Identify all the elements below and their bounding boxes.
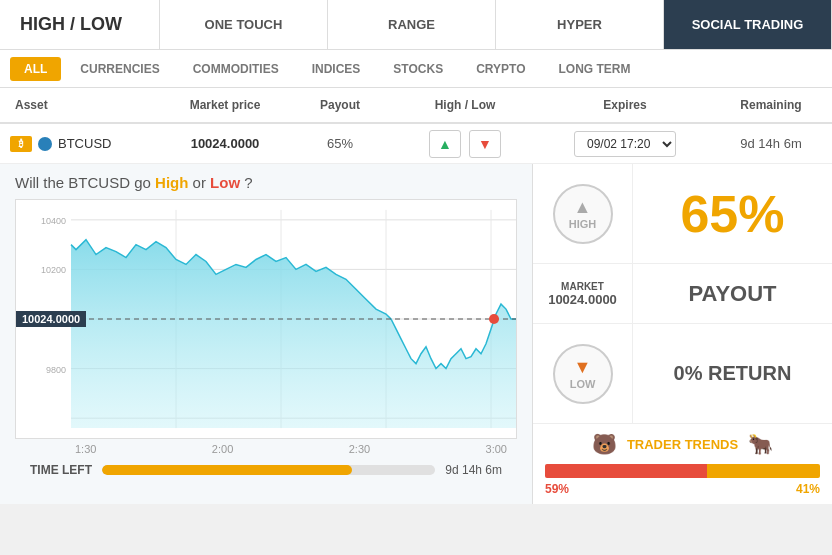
cell-asset: ₿ BTCUSD xyxy=(0,136,160,152)
cat-indices[interactable]: INDICES xyxy=(298,57,375,81)
trends-label: TRADER TRENDS xyxy=(627,437,738,452)
payout-label-area: PAYOUT xyxy=(633,264,832,323)
bear-percentage: 59% xyxy=(545,482,569,496)
svg-text:10200: 10200 xyxy=(41,265,66,275)
chart-container: 10024.0000 10400 10200 10000 9800 xyxy=(15,199,517,439)
market-label: MARKET xyxy=(561,281,604,292)
market-label-area: MARKET 10024.0000 xyxy=(533,264,633,323)
cat-commodities[interactable]: COMMODITIES xyxy=(179,57,293,81)
x-label-0: 1:30 xyxy=(75,443,96,455)
price-label: 10024.0000 xyxy=(16,311,86,327)
nav-tabs: ONE TOUCH RANGE HYPER SOCIAL TRADING xyxy=(160,0,832,49)
payout-label: PAYOUT xyxy=(688,281,776,307)
time-left-value: 9d 14h 6m xyxy=(445,463,502,477)
x-label-2: 2:30 xyxy=(349,443,370,455)
trader-trends: 🐻 TRADER TRENDS 🐂 59% 41% xyxy=(533,424,832,504)
trends-bars xyxy=(545,464,820,478)
svg-text:10400: 10400 xyxy=(41,216,66,226)
col-highlow: High / Low xyxy=(390,98,540,112)
low-arrow-btn[interactable]: ▼ xyxy=(469,130,501,158)
market-info: MARKET 10024.0000 PAYOUT xyxy=(533,264,832,324)
bear-bar xyxy=(545,464,707,478)
cat-all[interactable]: ALL xyxy=(10,57,61,81)
cell-market-price: 10024.0000 xyxy=(160,136,290,151)
x-label-3: 3:00 xyxy=(486,443,507,455)
high-btn-label: HIGH xyxy=(569,218,597,230)
progress-fill xyxy=(102,465,352,475)
high-btn-area: ▲ HIGH xyxy=(533,164,633,264)
col-asset: Asset xyxy=(0,98,160,112)
chart-title: Will the BTCUSD go High or Low ? xyxy=(15,174,517,191)
cell-payout: 65% xyxy=(290,136,390,151)
right-top: ▲ HIGH 65% xyxy=(533,164,832,264)
cell-highlow: ▲ ▼ xyxy=(390,130,540,158)
asset-flag-icon xyxy=(38,137,52,151)
bull-icon: 🐂 xyxy=(748,432,773,456)
low-down-icon: ▼ xyxy=(574,357,592,378)
col-market-price: Market price xyxy=(160,98,290,112)
right-bottom: ▼ LOW 0% RETURN xyxy=(533,324,832,424)
main-content: Will the BTCUSD go High or Low ? 10024.0… xyxy=(0,164,832,504)
cat-crypto[interactable]: CRYPTO xyxy=(462,57,539,81)
svg-text:9800: 9800 xyxy=(46,365,66,375)
col-payout: Payout xyxy=(290,98,390,112)
chart-high-text: High xyxy=(155,174,188,191)
right-panel: ▲ HIGH 65% MARKET 10024.0000 PAYOUT ▼ xyxy=(532,164,832,504)
x-axis: 1:30 2:00 2:30 3:00 xyxy=(15,439,517,455)
bear-icon: 🐻 xyxy=(592,432,617,456)
svg-point-14 xyxy=(489,314,499,324)
high-button[interactable]: ▲ HIGH xyxy=(553,184,613,244)
return-text: 0% RETURN xyxy=(674,362,792,385)
x-label-1: 2:00 xyxy=(212,443,233,455)
cat-stocks[interactable]: STOCKS xyxy=(379,57,457,81)
cell-remaining: 9d 14h 6m xyxy=(710,136,832,151)
brand-logo: HIGH / LOW xyxy=(0,0,160,49)
col-expires: Expires xyxy=(540,98,710,112)
progress-track xyxy=(102,465,435,475)
bottom-bar: TIME LEFT 9d 14h 6m xyxy=(15,455,517,485)
trends-header: 🐻 TRADER TRENDS 🐂 xyxy=(545,432,820,456)
cell-expires[interactable]: 09/02 17:20 xyxy=(540,131,710,157)
trends-percentages: 59% 41% xyxy=(545,482,820,496)
chart-svg: 10400 10200 10000 9800 xyxy=(16,200,516,438)
category-nav: ALL CURRENCIES COMMODITIES INDICES STOCK… xyxy=(0,50,832,88)
payout-percentage-area: 65% xyxy=(633,164,832,264)
low-btn-label: LOW xyxy=(570,378,596,390)
table-row: ₿ BTCUSD 10024.0000 65% ▲ ▼ 09/02 17:20 … xyxy=(0,124,832,164)
time-left-label: TIME LEFT xyxy=(30,463,92,477)
tab-hyper[interactable]: HYPER xyxy=(496,0,664,49)
market-price-value: 10024.0000 xyxy=(548,292,617,307)
bull-bar xyxy=(707,464,820,478)
return-area: 0% RETURN xyxy=(633,324,832,424)
tab-range[interactable]: RANGE xyxy=(328,0,496,49)
table-header: Asset Market price Payout High / Low Exp… xyxy=(0,88,832,124)
col-remaining: Remaining xyxy=(710,98,832,112)
bull-percentage: 41% xyxy=(796,482,820,496)
asset-coin-icon: ₿ xyxy=(10,136,32,152)
low-btn-area: ▼ LOW xyxy=(533,324,633,424)
asset-name: BTCUSD xyxy=(58,136,111,151)
chart-area: Will the BTCUSD go High or Low ? 10024.0… xyxy=(0,164,532,504)
high-up-icon: ▲ xyxy=(574,197,592,218)
tab-one-touch[interactable]: ONE TOUCH xyxy=(160,0,328,49)
low-button[interactable]: ▼ LOW xyxy=(553,344,613,404)
expires-select[interactable]: 09/02 17:20 xyxy=(574,131,676,157)
cat-long-term[interactable]: LONG TERM xyxy=(545,57,645,81)
payout-percentage: 65% xyxy=(680,184,784,244)
cat-currencies[interactable]: CURRENCIES xyxy=(66,57,173,81)
chart-low-text: Low xyxy=(210,174,240,191)
high-arrow-btn[interactable]: ▲ xyxy=(429,130,461,158)
tab-social-trading[interactable]: SOCIAL TRADING xyxy=(664,0,832,49)
